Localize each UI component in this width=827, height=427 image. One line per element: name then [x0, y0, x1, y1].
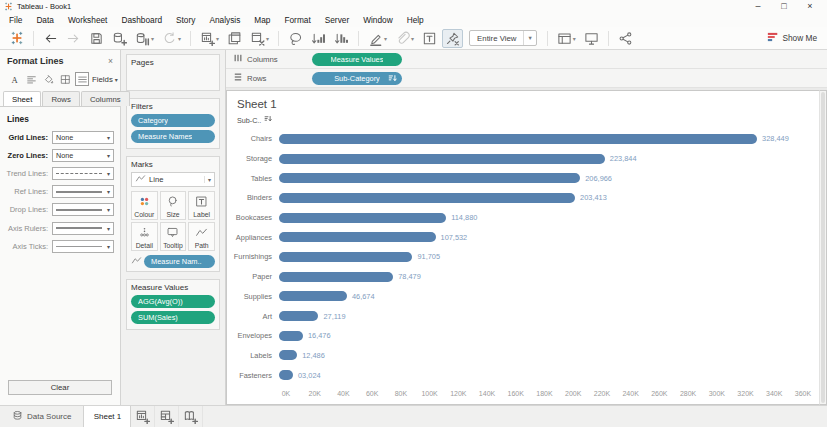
category-label[interactable]: Appliances: [227, 233, 279, 242]
new-worksheet-button[interactable]: [131, 406, 155, 427]
borders-format-icon[interactable]: [58, 72, 72, 86]
data-source-tab[interactable]: Data Source: [0, 406, 83, 427]
format-tab-rows[interactable]: Rows: [42, 91, 80, 106]
row-field-header[interactable]: Sub-C..: [227, 113, 819, 127]
bar[interactable]: [279, 272, 393, 282]
bar[interactable]: [279, 134, 757, 144]
add-data-source-button[interactable]: [109, 29, 130, 48]
new-worksheet-button[interactable]: ▾: [197, 29, 222, 48]
category-label[interactable]: Furnishings: [227, 252, 279, 261]
menu-item-data[interactable]: Data: [29, 13, 61, 27]
colour-button[interactable]: Colour: [131, 191, 158, 220]
presentation-mode-button[interactable]: [581, 29, 602, 48]
format-row-select[interactable]: ▾: [52, 185, 114, 198]
format-workbook-button[interactable]: ▾: [392, 29, 417, 48]
clear-button[interactable]: Clear: [8, 380, 112, 395]
sort-descending-button[interactable]: [331, 29, 352, 48]
label-button[interactable]: Label: [188, 191, 215, 220]
pages-card[interactable]: Pages: [126, 54, 220, 91]
minimize-button[interactable]: –: [745, 0, 771, 13]
format-row-select[interactable]: ▾: [52, 203, 114, 216]
dimension-pill-filter[interactable]: Measure Names: [131, 130, 215, 143]
chevron-down-icon[interactable]: ▾: [523, 31, 535, 45]
columns-shelf[interactable]: Columns Measure Values: [226, 50, 827, 69]
bar[interactable]: [279, 193, 575, 203]
format-row-select[interactable]: ▾: [52, 222, 114, 235]
chevron-down-icon[interactable]: ▾: [384, 35, 387, 42]
fields-dropdown[interactable]: Fields ▾: [92, 75, 118, 84]
lines-format-icon[interactable]: [75, 72, 89, 86]
menu-item-analysis[interactable]: Analysis: [202, 13, 247, 27]
group-members-button[interactable]: [285, 29, 306, 48]
new-story-button[interactable]: [179, 406, 203, 427]
clear-sheet-button[interactable]: ▾: [247, 29, 272, 48]
sheet-tab[interactable]: Sheet 1: [83, 406, 131, 427]
category-label[interactable]: Labels: [227, 351, 279, 360]
close-panel-icon[interactable]: ×: [108, 56, 113, 66]
format-row-select[interactable]: ▾: [52, 240, 114, 253]
bar[interactable]: [279, 350, 297, 360]
category-label[interactable]: Storage: [227, 154, 279, 163]
maximize-button[interactable]: □: [771, 0, 797, 13]
bar[interactable]: [279, 154, 605, 164]
shading-format-icon[interactable]: [41, 72, 55, 86]
chevron-down-icon[interactable]: ▾: [151, 35, 154, 42]
show-me-button[interactable]: Show Me: [767, 31, 821, 45]
menu-item-server[interactable]: Server: [318, 13, 356, 27]
menu-item-file[interactable]: File: [2, 13, 29, 27]
tooltip-button[interactable]: Tooltip: [160, 222, 187, 251]
menu-item-format[interactable]: Format: [277, 13, 317, 27]
redo-button[interactable]: [63, 29, 84, 48]
marks-card[interactable]: Marks Line ▾ ColourSizeLabelDetailToolti…: [126, 156, 220, 272]
save-button[interactable]: [86, 29, 107, 48]
category-label[interactable]: Tables: [227, 174, 279, 183]
dimension-pill-rows-shelf[interactable]: Sub-Category: [312, 72, 402, 85]
dimension-pill-filter[interactable]: Category: [131, 114, 215, 127]
highlight-button[interactable]: ▾: [365, 29, 390, 48]
tableau-logo-button[interactable]: [7, 29, 27, 47]
size-button[interactable]: Size: [160, 191, 187, 220]
category-label[interactable]: Supplies: [227, 292, 279, 301]
format-row-select[interactable]: None▾: [52, 131, 114, 144]
pause-auto-updates-button[interactable]: ▾: [132, 29, 157, 48]
view-mode-select[interactable]: Entire View▾: [469, 30, 537, 46]
chevron-down-icon[interactable]: ▾: [573, 35, 576, 42]
bar[interactable]: [279, 291, 347, 301]
duplicate-sheet-button[interactable]: [224, 29, 245, 48]
category-label[interactable]: Envelopes: [227, 331, 279, 340]
format-row-select[interactable]: None▾: [52, 149, 114, 162]
mark-type-select[interactable]: Line ▾: [131, 172, 215, 187]
menu-item-help[interactable]: Help: [400, 13, 431, 27]
category-label[interactable]: Fasteners: [227, 371, 279, 380]
undo-button[interactable]: [40, 29, 61, 48]
menu-item-dashboard[interactable]: Dashboard: [114, 13, 169, 27]
bar[interactable]: [279, 311, 318, 321]
filters-card[interactable]: Filters CategoryMeasure Names: [126, 98, 220, 149]
bar[interactable]: [279, 370, 293, 380]
font-format-icon[interactable]: A: [7, 72, 21, 86]
rows-shelf[interactable]: Rows Sub-Category: [226, 69, 827, 88]
measure-values-card[interactable]: Measure Values AGG(Avg(O))SUM(Sales): [126, 279, 220, 330]
chevron-down-icon[interactable]: ▾: [411, 35, 414, 42]
vertical-scrollbar[interactable]: [819, 90, 827, 405]
chevron-down-icon[interactable]: ▾: [266, 35, 269, 42]
format-tab-columns[interactable]: Columns: [81, 91, 130, 106]
show-mark-labels-button[interactable]: [419, 29, 440, 48]
format-tab-sheet[interactable]: Sheet: [3, 91, 41, 106]
new-dashboard-button[interactable]: [155, 406, 179, 427]
category-label[interactable]: Chairs: [227, 134, 279, 143]
menu-item-map[interactable]: Map: [247, 13, 277, 27]
fix-axes-button[interactable]: [442, 29, 463, 48]
menu-item-story[interactable]: Story: [169, 13, 202, 27]
path-button[interactable]: Path: [188, 222, 215, 251]
bar[interactable]: [279, 252, 412, 262]
category-label[interactable]: Art: [227, 312, 279, 321]
category-label[interactable]: Paper: [227, 272, 279, 281]
measure-pill-columns-shelf[interactable]: Measure Values: [312, 53, 402, 66]
sort-descending-icon[interactable]: [264, 115, 272, 125]
bar[interactable]: [279, 232, 436, 242]
close-button[interactable]: ×: [797, 0, 823, 13]
category-label[interactable]: Binders: [227, 193, 279, 202]
dimension-pill-marks[interactable]: Measure Nam..: [144, 255, 215, 268]
alignment-format-icon[interactable]: [24, 72, 38, 86]
